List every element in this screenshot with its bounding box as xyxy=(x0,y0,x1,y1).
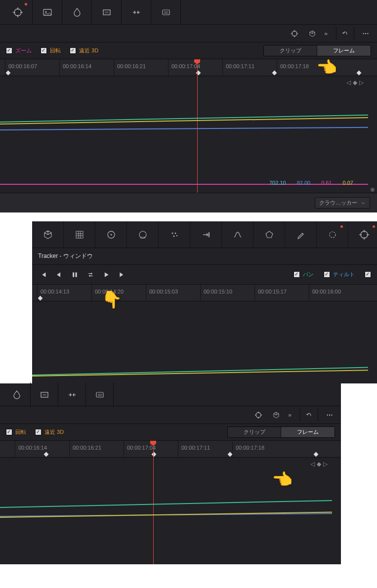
top-toolbar xyxy=(0,0,377,25)
curves-icon[interactable] xyxy=(222,221,253,248)
tracker-panel-2: Tracker - ウィンドウ パン ティルト 00:00:14:13 00:0… xyxy=(32,221,377,383)
undo-icon[interactable] xyxy=(341,27,354,40)
flip-tool[interactable] xyxy=(122,0,151,25)
keyframe-icon[interactable] xyxy=(357,71,362,76)
stabilize-icon[interactable] xyxy=(348,221,377,248)
time-ruler[interactable]: 00:00:14:13 00:00:14:20 00:00:15:03 00:0… xyxy=(32,285,377,301)
ruler-tick: 00:00:17:11 xyxy=(222,59,257,76)
pointer-hand-icon: 👈 xyxy=(272,469,293,489)
picker-icon[interactable] xyxy=(285,221,317,248)
flip-tool[interactable] xyxy=(58,382,86,407)
rectangle-tool[interactable] xyxy=(92,0,122,25)
cube-icon[interactable] xyxy=(270,409,283,421)
curve-yellow xyxy=(0,511,332,518)
step-back-button[interactable] xyxy=(54,271,64,278)
ruler-tick: 00:00:16:21 xyxy=(114,59,149,76)
ruler-tick: 00:00:15:10 xyxy=(200,285,235,301)
target-tool[interactable] xyxy=(3,0,33,25)
track-options: ズーム 回転 遠近 3D クリップ フレーム xyxy=(0,42,377,59)
warper-icon[interactable] xyxy=(253,221,285,248)
fx-icon[interactable] xyxy=(324,27,336,40)
tracker-panel-1: ズーム 回転 遠近 3D クリップ フレーム 00:00:16:07 00:00… xyxy=(0,0,377,212)
scroll-indicator[interactable] xyxy=(371,188,375,192)
pointer-hand-icon: 👇 xyxy=(101,290,122,309)
playback-row: パン ティルト xyxy=(32,265,377,285)
more-icon[interactable] xyxy=(323,409,336,421)
perspective-checkbox[interactable]: 遠近 3D xyxy=(35,428,64,436)
more-icon[interactable] xyxy=(359,27,372,40)
play-button[interactable] xyxy=(101,271,111,278)
node-icon[interactable] xyxy=(32,221,64,248)
keyframe-icon[interactable] xyxy=(228,452,233,457)
top-toolbar xyxy=(0,383,341,406)
tracker-type-select[interactable]: クラウ…ッカー xyxy=(315,197,370,209)
tracker-timeline-3[interactable]: 00:00:16:14 00:00:16:21 00:00:17:04 00:0… xyxy=(0,441,341,564)
image-tool[interactable] xyxy=(33,0,62,25)
sub-toolbar xyxy=(0,406,341,424)
mixer-icon[interactable] xyxy=(159,221,190,248)
readout-magenta: 0.61 xyxy=(321,180,332,186)
ruler-tick: 00:00:17:18 xyxy=(232,441,267,457)
palette-toolbar xyxy=(32,221,377,248)
seg-frame[interactable]: フレーム xyxy=(317,45,371,56)
tracker-icon[interactable] xyxy=(317,221,348,248)
ruler-tick: 00:00:15:17 xyxy=(254,285,290,301)
curve-graph xyxy=(32,301,368,383)
fx-icon[interactable] xyxy=(288,409,300,421)
grid-icon[interactable] xyxy=(64,221,95,248)
ruler-tick: 00:00:17:18 xyxy=(277,59,312,76)
ruler-tick: 00:00:16:21 xyxy=(69,441,104,457)
readout-yellow: 0.07 xyxy=(343,180,353,186)
pointer-hand-icon: 👈 xyxy=(316,59,337,77)
curve-graph: 702.10 82.00 0.61 0.07 xyxy=(0,76,368,193)
ruler-tick: 00:00:16:14 xyxy=(59,59,94,76)
extra-checkbox[interactable] xyxy=(365,271,371,278)
drop-tool[interactable] xyxy=(3,382,31,407)
sub-toolbar xyxy=(0,25,377,42)
tracker-mode-icon[interactable] xyxy=(252,409,265,421)
clip-frame-segment[interactable]: クリップ フレーム xyxy=(227,426,335,438)
tracker-mode-icon[interactable] xyxy=(288,27,301,40)
time-ruler[interactable]: 00:00:16:14 00:00:16:21 00:00:17:04 00:0… xyxy=(0,441,341,458)
cube-icon[interactable] xyxy=(306,27,319,40)
undo-icon[interactable] xyxy=(305,409,318,421)
chevron-down-icon xyxy=(361,201,366,206)
seg-clip[interactable]: クリップ xyxy=(228,427,281,437)
tracker-timeline-2[interactable]: 00:00:14:13 00:00:14:20 00:00:15:03 00:0… xyxy=(32,285,377,383)
3d-tool[interactable] xyxy=(86,382,114,407)
curve-blue xyxy=(0,127,368,130)
clip-frame-segment[interactable]: クリップ フレーム xyxy=(263,45,371,56)
pause-button[interactable] xyxy=(70,271,80,278)
pan-checkbox[interactable]: パン xyxy=(293,271,314,278)
hdr-icon[interactable] xyxy=(127,221,159,248)
bottom-bar: クラウ…ッカー xyxy=(0,193,377,212)
tracker-panel-3: 回転 遠近 3D クリップ フレーム 00:00:16:14 00:00:16:… xyxy=(0,383,341,564)
drop-tool[interactable] xyxy=(62,0,92,25)
perspective-checkbox[interactable]: 遠近 3D xyxy=(70,47,98,54)
tracker-timeline[interactable]: 00:00:16:07 00:00:16:14 00:00:16:21 00:0… xyxy=(0,59,377,193)
go-first-button[interactable] xyxy=(38,271,48,278)
rectangle-tool[interactable] xyxy=(31,382,58,407)
readout-cyan: 702.10 xyxy=(269,180,286,186)
curve-green xyxy=(0,500,332,508)
seg-clip[interactable]: クリップ xyxy=(264,45,317,56)
ruler-tick: 00:00:15:03 xyxy=(146,285,181,301)
motion-icon[interactable] xyxy=(190,221,222,248)
panel-title: Tracker - ウィンドウ xyxy=(32,248,377,265)
tilt-checkbox[interactable]: ティルト xyxy=(324,271,355,278)
wheel-icon[interactable] xyxy=(95,221,127,248)
track-options: 回転 遠近 3D クリップ フレーム xyxy=(0,424,341,441)
go-last-button[interactable] xyxy=(117,271,127,278)
keyframe-icon[interactable] xyxy=(272,71,277,76)
readout-blue: 82.00 xyxy=(297,180,311,186)
ruler-tick: 00:00:16:00 xyxy=(309,285,344,301)
keyframe-icon[interactable] xyxy=(314,452,319,457)
rotate-checkbox[interactable]: 回転 xyxy=(6,428,26,436)
3d-tool[interactable] xyxy=(151,0,181,25)
loop-button[interactable] xyxy=(85,271,95,278)
ruler-tick: 00:00:17:11 xyxy=(178,441,213,457)
zoom-checkbox[interactable]: ズーム xyxy=(6,47,32,54)
rotate-checkbox[interactable]: 回転 xyxy=(41,47,61,54)
seg-frame[interactable]: フレーム xyxy=(281,427,335,437)
